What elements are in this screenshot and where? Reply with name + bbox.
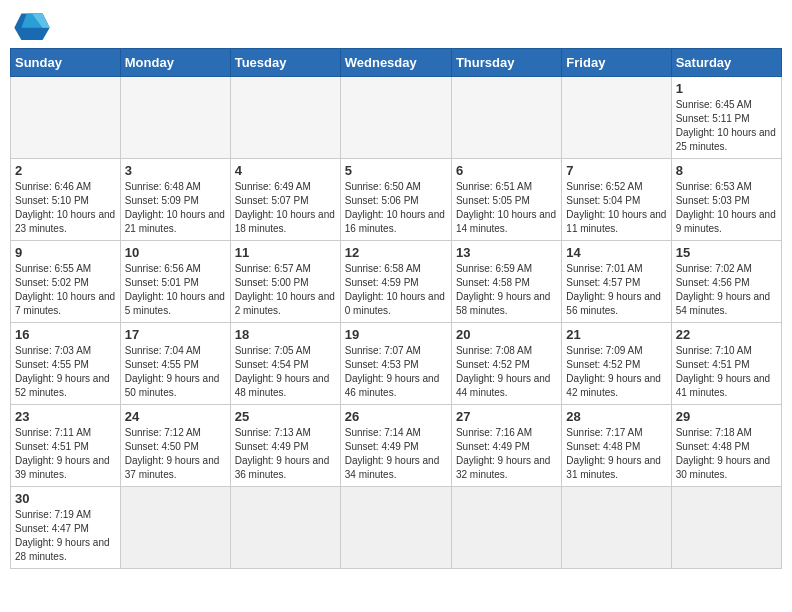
day-info: Sunrise: 6:49 AM Sunset: 5:07 PM Dayligh…	[235, 180, 336, 236]
day-number: 24	[125, 409, 226, 424]
day-info: Sunrise: 7:09 AM Sunset: 4:52 PM Dayligh…	[566, 344, 666, 400]
day-number: 26	[345, 409, 447, 424]
day-info: Sunrise: 6:45 AM Sunset: 5:11 PM Dayligh…	[676, 98, 777, 154]
day-number: 13	[456, 245, 557, 260]
calendar-cell: 11Sunrise: 6:57 AM Sunset: 5:00 PM Dayli…	[230, 241, 340, 323]
day-number: 14	[566, 245, 666, 260]
calendar-cell: 7Sunrise: 6:52 AM Sunset: 5:04 PM Daylig…	[562, 159, 671, 241]
day-info: Sunrise: 7:11 AM Sunset: 4:51 PM Dayligh…	[15, 426, 116, 482]
day-number: 2	[15, 163, 116, 178]
day-number: 20	[456, 327, 557, 342]
calendar-cell: 4Sunrise: 6:49 AM Sunset: 5:07 PM Daylig…	[230, 159, 340, 241]
day-info: Sunrise: 7:19 AM Sunset: 4:47 PM Dayligh…	[15, 508, 116, 564]
calendar-header-friday: Friday	[562, 49, 671, 77]
calendar-week-row: 23Sunrise: 7:11 AM Sunset: 4:51 PM Dayli…	[11, 405, 782, 487]
day-info: Sunrise: 6:59 AM Sunset: 4:58 PM Dayligh…	[456, 262, 557, 318]
calendar-cell: 14Sunrise: 7:01 AM Sunset: 4:57 PM Dayli…	[562, 241, 671, 323]
calendar-header-sunday: Sunday	[11, 49, 121, 77]
calendar-cell	[120, 487, 230, 569]
day-number: 5	[345, 163, 447, 178]
day-number: 8	[676, 163, 777, 178]
day-number: 21	[566, 327, 666, 342]
calendar-cell: 12Sunrise: 6:58 AM Sunset: 4:59 PM Dayli…	[340, 241, 451, 323]
day-number: 17	[125, 327, 226, 342]
day-info: Sunrise: 7:01 AM Sunset: 4:57 PM Dayligh…	[566, 262, 666, 318]
day-info: Sunrise: 7:05 AM Sunset: 4:54 PM Dayligh…	[235, 344, 336, 400]
day-info: Sunrise: 7:13 AM Sunset: 4:49 PM Dayligh…	[235, 426, 336, 482]
calendar-week-row: 30Sunrise: 7:19 AM Sunset: 4:47 PM Dayli…	[11, 487, 782, 569]
day-info: Sunrise: 6:48 AM Sunset: 5:09 PM Dayligh…	[125, 180, 226, 236]
calendar-week-row: 9Sunrise: 6:55 AM Sunset: 5:02 PM Daylig…	[11, 241, 782, 323]
day-number: 1	[676, 81, 777, 96]
day-info: Sunrise: 6:55 AM Sunset: 5:02 PM Dayligh…	[15, 262, 116, 318]
calendar-header-thursday: Thursday	[451, 49, 561, 77]
day-number: 27	[456, 409, 557, 424]
calendar-cell: 1Sunrise: 6:45 AM Sunset: 5:11 PM Daylig…	[671, 77, 781, 159]
day-info: Sunrise: 6:46 AM Sunset: 5:10 PM Dayligh…	[15, 180, 116, 236]
day-info: Sunrise: 7:02 AM Sunset: 4:56 PM Dayligh…	[676, 262, 777, 318]
calendar-cell: 13Sunrise: 6:59 AM Sunset: 4:58 PM Dayli…	[451, 241, 561, 323]
page-header	[10, 10, 782, 40]
calendar-cell: 27Sunrise: 7:16 AM Sunset: 4:49 PM Dayli…	[451, 405, 561, 487]
day-info: Sunrise: 6:51 AM Sunset: 5:05 PM Dayligh…	[456, 180, 557, 236]
day-info: Sunrise: 7:10 AM Sunset: 4:51 PM Dayligh…	[676, 344, 777, 400]
calendar-cell: 23Sunrise: 7:11 AM Sunset: 4:51 PM Dayli…	[11, 405, 121, 487]
calendar-cell: 26Sunrise: 7:14 AM Sunset: 4:49 PM Dayli…	[340, 405, 451, 487]
day-number: 4	[235, 163, 336, 178]
calendar-cell: 6Sunrise: 6:51 AM Sunset: 5:05 PM Daylig…	[451, 159, 561, 241]
calendar-cell: 24Sunrise: 7:12 AM Sunset: 4:50 PM Dayli…	[120, 405, 230, 487]
day-number: 15	[676, 245, 777, 260]
day-number: 3	[125, 163, 226, 178]
calendar-cell: 29Sunrise: 7:18 AM Sunset: 4:48 PM Dayli…	[671, 405, 781, 487]
calendar-cell	[562, 487, 671, 569]
calendar-cell: 17Sunrise: 7:04 AM Sunset: 4:55 PM Dayli…	[120, 323, 230, 405]
day-info: Sunrise: 7:17 AM Sunset: 4:48 PM Dayligh…	[566, 426, 666, 482]
calendar-cell	[340, 77, 451, 159]
calendar-cell: 18Sunrise: 7:05 AM Sunset: 4:54 PM Dayli…	[230, 323, 340, 405]
day-number: 10	[125, 245, 226, 260]
day-number: 19	[345, 327, 447, 342]
day-number: 12	[345, 245, 447, 260]
day-info: Sunrise: 6:57 AM Sunset: 5:00 PM Dayligh…	[235, 262, 336, 318]
calendar-table: SundayMondayTuesdayWednesdayThursdayFrid…	[10, 48, 782, 569]
calendar-header-row: SundayMondayTuesdayWednesdayThursdayFrid…	[11, 49, 782, 77]
calendar-cell: 10Sunrise: 6:56 AM Sunset: 5:01 PM Dayli…	[120, 241, 230, 323]
day-info: Sunrise: 7:07 AM Sunset: 4:53 PM Dayligh…	[345, 344, 447, 400]
day-info: Sunrise: 7:04 AM Sunset: 4:55 PM Dayligh…	[125, 344, 226, 400]
calendar-cell: 5Sunrise: 6:50 AM Sunset: 5:06 PM Daylig…	[340, 159, 451, 241]
day-number: 6	[456, 163, 557, 178]
calendar-header-monday: Monday	[120, 49, 230, 77]
calendar-cell: 2Sunrise: 6:46 AM Sunset: 5:10 PM Daylig…	[11, 159, 121, 241]
calendar-cell: 19Sunrise: 7:07 AM Sunset: 4:53 PM Dayli…	[340, 323, 451, 405]
day-number: 11	[235, 245, 336, 260]
day-info: Sunrise: 6:56 AM Sunset: 5:01 PM Dayligh…	[125, 262, 226, 318]
calendar-cell	[451, 77, 561, 159]
calendar-cell	[230, 487, 340, 569]
calendar-cell	[120, 77, 230, 159]
day-info: Sunrise: 7:12 AM Sunset: 4:50 PM Dayligh…	[125, 426, 226, 482]
day-number: 23	[15, 409, 116, 424]
day-number: 29	[676, 409, 777, 424]
day-info: Sunrise: 7:08 AM Sunset: 4:52 PM Dayligh…	[456, 344, 557, 400]
day-number: 16	[15, 327, 116, 342]
logo	[14, 10, 54, 40]
day-number: 7	[566, 163, 666, 178]
day-number: 25	[235, 409, 336, 424]
day-number: 30	[15, 491, 116, 506]
day-number: 22	[676, 327, 777, 342]
day-info: Sunrise: 6:50 AM Sunset: 5:06 PM Dayligh…	[345, 180, 447, 236]
day-info: Sunrise: 6:52 AM Sunset: 5:04 PM Dayligh…	[566, 180, 666, 236]
calendar-header-tuesday: Tuesday	[230, 49, 340, 77]
calendar-cell: 16Sunrise: 7:03 AM Sunset: 4:55 PM Dayli…	[11, 323, 121, 405]
calendar-cell: 15Sunrise: 7:02 AM Sunset: 4:56 PM Dayli…	[671, 241, 781, 323]
calendar-header-wednesday: Wednesday	[340, 49, 451, 77]
day-number: 18	[235, 327, 336, 342]
day-info: Sunrise: 7:03 AM Sunset: 4:55 PM Dayligh…	[15, 344, 116, 400]
calendar-cell	[230, 77, 340, 159]
calendar-cell	[340, 487, 451, 569]
calendar-cell: 3Sunrise: 6:48 AM Sunset: 5:09 PM Daylig…	[120, 159, 230, 241]
calendar-cell: 28Sunrise: 7:17 AM Sunset: 4:48 PM Dayli…	[562, 405, 671, 487]
calendar-cell: 21Sunrise: 7:09 AM Sunset: 4:52 PM Dayli…	[562, 323, 671, 405]
calendar-header-saturday: Saturday	[671, 49, 781, 77]
logo-icon	[14, 10, 50, 40]
